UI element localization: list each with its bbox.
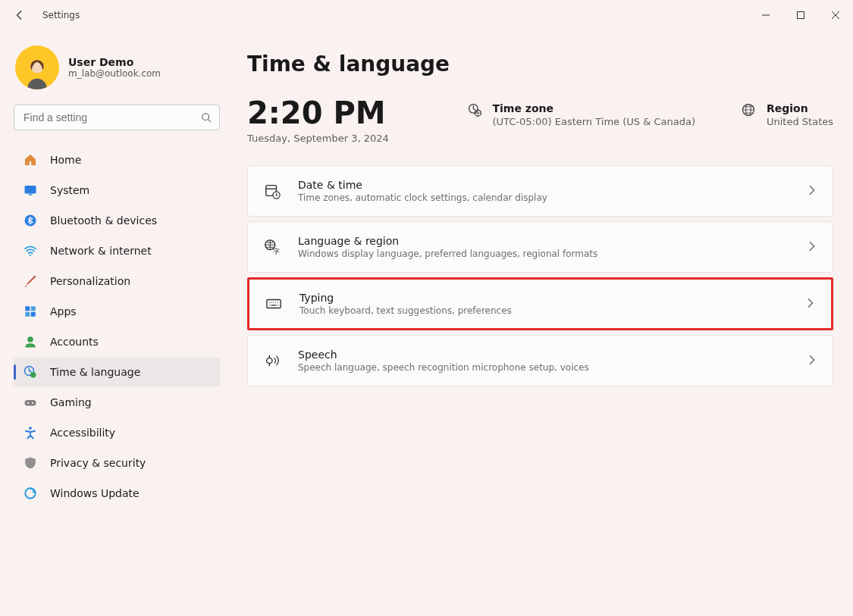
profile-name: User Demo — [68, 56, 161, 68]
timezone-value: (UTC-05:00) Eastern Time (US & Canada) — [493, 116, 695, 127]
clock-globe-icon — [23, 364, 38, 380]
sidebar-item-privacy[interactable]: Privacy & security — [14, 449, 220, 477]
nav-label: Home — [50, 154, 81, 166]
svg-line-6 — [209, 120, 212, 123]
svg-rect-7 — [25, 186, 36, 194]
sidebar-item-accessibility[interactable]: Accessibility — [14, 418, 220, 447]
svg-rect-18 — [25, 400, 36, 406]
info-row: 2:20 PM Tuesday, September 3, 2024 Time … — [247, 98, 833, 144]
svg-rect-1 — [798, 12, 804, 19]
sidebar-item-system[interactable]: System — [14, 176, 220, 205]
person-icon — [23, 334, 38, 349]
card-title: Typing — [299, 292, 512, 304]
main-content: Time & language 2:20 PM Tuesday, Septemb… — [227, 30, 853, 616]
timezone-label: Time zone — [493, 102, 695, 114]
nav-label: Network & internet — [50, 245, 152, 257]
sidebar-item-update[interactable]: Windows Update — [14, 479, 220, 508]
card-language-region[interactable]: 字 Language & region Windows display lang… — [247, 221, 833, 273]
nav-label: Bluetooth & devices — [50, 214, 157, 227]
svg-rect-13 — [25, 312, 30, 317]
search-box[interactable] — [14, 105, 220, 130]
language-icon: 字 — [263, 238, 281, 256]
paintbrush-icon — [23, 274, 38, 289]
accessibility-icon — [23, 425, 38, 440]
region-label: Region — [767, 102, 833, 114]
card-subtitle: Time zones, automatic clock settings, ca… — [298, 192, 547, 203]
card-typing[interactable]: Typing Touch keyboard, text suggestions,… — [247, 277, 833, 330]
bluetooth-icon — [23, 213, 38, 228]
region-value: United States — [767, 116, 833, 127]
sidebar-item-network[interactable]: Network & internet — [14, 236, 220, 265]
nav-label: Privacy & security — [50, 457, 146, 469]
sidebar-item-home[interactable]: Home — [14, 145, 220, 174]
nav-list: Home System Bluetooth & devices Network … — [14, 145, 220, 508]
svg-point-21 — [29, 427, 32, 430]
chevron-right-icon — [807, 240, 817, 255]
sidebar-item-time-language[interactable]: Time & language — [14, 358, 220, 386]
timezone-block[interactable]: Time zone (UTC-05:00) Eastern Time (US &… — [467, 98, 695, 127]
minimize-button[interactable] — [748, 0, 783, 30]
card-subtitle: Speech language, speech recognition micr… — [298, 362, 589, 373]
gamepad-icon — [23, 395, 38, 410]
search-icon — [201, 112, 212, 123]
close-button[interactable] — [818, 0, 853, 30]
settings-cards: Date & time Time zones, automatic clock … — [247, 165, 833, 386]
wifi-icon — [23, 243, 38, 258]
back-button[interactable] — [12, 8, 27, 23]
keyboard-icon — [265, 295, 283, 313]
clock-block: 2:20 PM Tuesday, September 3, 2024 — [247, 98, 389, 144]
region-block[interactable]: Region United States — [741, 98, 833, 127]
svg-rect-11 — [25, 306, 30, 311]
svg-text:字: 字 — [273, 247, 280, 255]
globe-icon — [741, 102, 756, 117]
system-icon — [23, 183, 38, 198]
card-subtitle: Windows display language, preferred lang… — [298, 249, 597, 259]
card-subtitle: Touch keyboard, text suggestions, prefer… — [299, 305, 512, 316]
sidebar-item-gaming[interactable]: Gaming — [14, 388, 220, 417]
window-title: Settings — [42, 10, 80, 20]
close-icon — [832, 11, 839, 19]
calendar-clock-icon — [263, 182, 281, 200]
chevron-right-icon — [807, 184, 817, 199]
window-controls — [748, 0, 853, 30]
svg-rect-8 — [29, 194, 33, 195]
chevron-right-icon — [807, 354, 817, 368]
page-title: Time & language — [247, 52, 833, 77]
sidebar-item-accounts[interactable]: Accounts — [14, 327, 220, 356]
sidebar-item-personalization[interactable]: Personalization — [14, 267, 220, 295]
svg-rect-31 — [267, 300, 281, 308]
avatar — [15, 45, 59, 89]
clock-globe-icon — [467, 102, 482, 117]
card-date-time[interactable]: Date & time Time zones, automatic clock … — [247, 165, 833, 217]
maximize-icon — [797, 11, 804, 19]
svg-point-5 — [202, 114, 209, 120]
search-input[interactable] — [22, 111, 201, 124]
svg-rect-12 — [31, 306, 36, 311]
nav-label: Apps — [50, 305, 77, 317]
nav-label: System — [50, 184, 89, 196]
minimize-icon — [762, 11, 770, 19]
home-icon — [23, 152, 38, 167]
clock-time: 2:20 PM — [247, 98, 389, 128]
card-title: Date & time — [298, 179, 547, 191]
card-speech[interactable]: Speech Speech language, speech recogniti… — [247, 335, 833, 386]
nav-label: Accounts — [50, 336, 99, 348]
svg-rect-14 — [31, 312, 36, 317]
clock-date: Tuesday, September 3, 2024 — [247, 133, 389, 144]
svg-point-32 — [267, 358, 272, 363]
apps-icon — [23, 304, 38, 319]
sidebar-item-apps[interactable]: Apps — [14, 297, 220, 326]
update-icon — [23, 486, 38, 501]
maximize-button[interactable] — [783, 0, 818, 30]
titlebar: Settings — [0, 0, 853, 30]
sidebar: User Demo m_lab@outlook.com Home System … — [0, 30, 227, 616]
card-title: Speech — [298, 349, 589, 361]
sidebar-item-bluetooth[interactable]: Bluetooth & devices — [14, 206, 220, 235]
nav-label: Windows Update — [50, 487, 140, 499]
svg-point-19 — [27, 402, 29, 404]
svg-point-15 — [27, 336, 33, 342]
svg-point-17 — [30, 372, 36, 378]
nav-label: Personalization — [50, 275, 130, 287]
profile-block[interactable]: User Demo m_lab@outlook.com — [14, 41, 220, 102]
nav-label: Accessibility — [50, 427, 115, 439]
